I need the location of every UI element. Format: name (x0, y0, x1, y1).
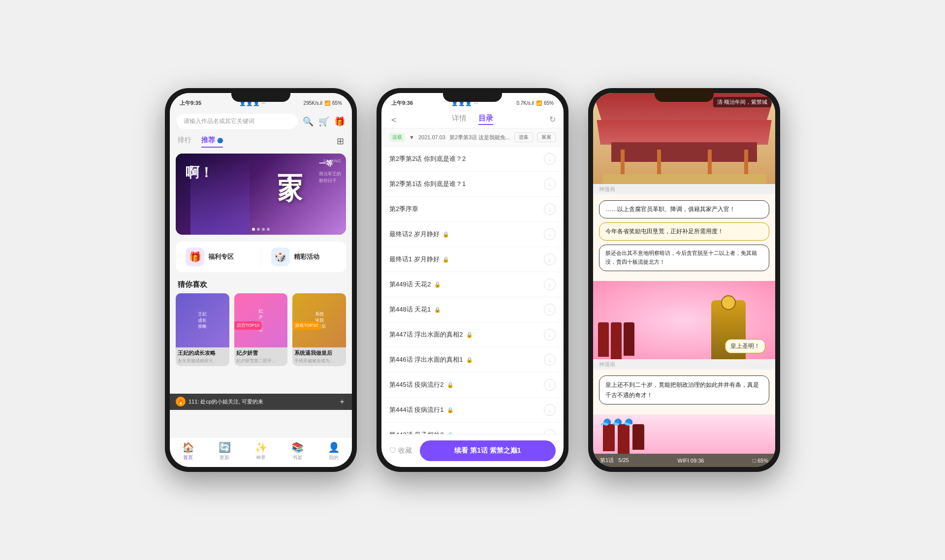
card-3-title: 系统逼我做皇后 (292, 347, 346, 358)
activity-action[interactable]: 🎲 精彩活动 (271, 248, 337, 266)
shelf-icon: 📚 (291, 441, 304, 453)
signal-2: 0.7K/s.il (516, 100, 534, 106)
download-9[interactable]: ↓ (544, 354, 556, 366)
tab-detail[interactable]: 详情 (452, 114, 467, 125)
guard-3 (624, 322, 634, 356)
chapter-item-4[interactable]: 最终话2 岁月静好 🔒 ↓ (381, 222, 564, 247)
back-button[interactable]: ＜ (389, 114, 398, 125)
collect-button[interactable]: ♡ 收藏 (389, 446, 412, 455)
phone-notch-2 (443, 88, 502, 102)
refresh-icon[interactable]: ↻ (549, 115, 556, 124)
palace-caption: 清·顺治年间，紫禁城 (713, 97, 771, 107)
time-2: 上午9:36 (391, 99, 413, 107)
battery-2: 65% (544, 100, 554, 106)
card-2-title: 妃夕妍雪 (234, 347, 288, 358)
speech-panel-1: ……以上贪腐官员革职、降调，俱籍其家产入官！ 今年各省奖励屯田垦荒，正好补足所需… (593, 194, 775, 281)
continue-button[interactable]: 续看 第1话 紫禁之巅1 (420, 440, 556, 461)
notif-text: 111: 处cp的小姐关注, 可爱的来 (189, 398, 263, 405)
chapter-item-7[interactable]: 第448话 天花1 🔒 ↓ (381, 297, 564, 322)
chapter-item-11[interactable]: 第444话 疫病流行1 🔒 ↓ (381, 398, 564, 423)
panel-label-2: 神漫画 (593, 359, 775, 370)
palace-wall-2 (611, 142, 757, 162)
chapter-item-10[interactable]: 第445话 疫病流行2 🔒 ↓ (381, 373, 564, 398)
gift-icon[interactable]: 🎁 (334, 116, 345, 127)
banner[interactable]: 啊！ 家丁 一等 我当军王的那些日子 JIA DING (176, 154, 346, 235)
guard-1 (598, 322, 609, 357)
search-bar: 请输入作品名或其它关键词 🔍 🛒 🎁 (170, 111, 352, 132)
tab-recommend[interactable]: 推荐 🔵 (201, 136, 223, 148)
emperor-scene: 皇上圣明！ (593, 281, 775, 360)
banner-dots (252, 228, 270, 231)
card-1-sub: 女生穿越成相府大... (176, 358, 229, 366)
card-3-img: 系统逼我做皇后 游戏TOP10 (292, 293, 346, 347)
speech-3: 朕还会出其不意地明察暗访，今后贪官脱至十二以上者，免其籍没，责四十板流徙北方！ (599, 245, 769, 271)
tab-ranking[interactable]: 排行 (178, 136, 191, 148)
tab-toc[interactable]: 目录 (478, 114, 493, 125)
phone-notch-3 (655, 88, 714, 102)
download-11[interactable]: ↓ (544, 404, 556, 416)
lock-6: 🔒 (434, 281, 441, 288)
manga-card-1[interactable]: 王妃成长攻略 王妃的成长攻略 女生穿越成相府大... (176, 293, 229, 366)
episode-info: 第1话 5/25 (600, 457, 629, 464)
bottom-tab-update[interactable]: 🔄 更新 (219, 441, 231, 461)
toc-header: ＜ 详情 目录 ↻ (381, 111, 564, 128)
download-3[interactable]: ↓ (544, 203, 556, 215)
info-date: 2021.07.03 (418, 134, 445, 140)
download-2[interactable]: ↓ (544, 178, 556, 190)
dot-4 (267, 228, 270, 231)
bottom-tab-home[interactable]: 🏠 首页 (182, 441, 194, 461)
download-10[interactable]: ↓ (544, 379, 556, 391)
section-recommend: 猜你喜欢 (170, 275, 352, 293)
chapter-8-text: 第447话 浮出水面的真相2 🔒 (389, 330, 544, 339)
manga-card-3[interactable]: 系统逼我做皇后 游戏TOP10 系统逼我做皇后 手残穿越被迫成为... (292, 293, 346, 366)
badge-3: 游戏TOP10 (292, 321, 320, 330)
bottom-tab-me[interactable]: 👤 我的 (328, 441, 340, 461)
chapter-item-1[interactable]: 第2季第2话 你到底是谁？2 ↓ (381, 147, 564, 172)
bottom-guard-2 (618, 424, 630, 454)
expand-button[interactable]: 展展 (537, 132, 556, 142)
bottom-nav: 🏠 首页 🔄 更新 ✨ 神界 📚 书架 👤 我的 (170, 437, 352, 467)
phone-home: 上午9:35 👤👤👤 ··· 295K/s.il 📶 65% 请输入作品名或其它… (165, 88, 357, 472)
card-3-sub: 手残穿越被迫成为... (292, 358, 346, 366)
notif-add[interactable]: ＋ (338, 397, 346, 407)
chapter-item-2[interactable]: 第2季第1话 你到底是谁？1 ↓ (381, 172, 564, 197)
lock-8: 🔒 (466, 332, 473, 338)
chapter-item-5[interactable]: 最终话1 岁月静好 🔒 ↓ (381, 247, 564, 272)
bottom-tab-shelf[interactable]: 📚 书架 (291, 441, 304, 461)
bottom-tab-shen[interactable]: ✨ 神界 (255, 441, 267, 461)
lock-9: 🔒 (466, 357, 473, 363)
cart-icon[interactable]: 🛒 (318, 116, 329, 127)
dot-3 (262, 228, 265, 231)
search-icon[interactable]: 🔍 (303, 116, 314, 127)
download-6[interactable]: ↓ (544, 279, 556, 290)
bottom-scene: 🧢🧢🧢 (593, 414, 775, 454)
chapter-list: 第2季第2话 你到底是谁？2 ↓ 第2季第1话 你到底是谁？1 ↓ 第2季序章 … (381, 147, 564, 434)
palace-wall-1 (593, 120, 775, 145)
download-8[interactable]: ↓ (544, 329, 556, 341)
download-1[interactable]: ↓ (544, 153, 556, 165)
quick-actions: 🎁 福利专区 🎲 精彩活动 (176, 242, 346, 272)
grid-view-icon[interactable]: ⊞ (337, 136, 344, 148)
chapter-3-text: 第2季序章 (389, 205, 544, 214)
speech-1: ……以上贪腐官员革职、降调，俱籍其家产入官！ (599, 200, 769, 218)
chapter-item-9[interactable]: 第446话 浮出水面的真相1 🔒 ↓ (381, 347, 564, 373)
me-icon: 👤 (328, 441, 340, 453)
welfare-action[interactable]: 🎁 福利专区 (186, 248, 251, 266)
select-button[interactable]: 选集 (514, 132, 533, 142)
dot-1 (252, 228, 255, 231)
search-input[interactable]: 请输入作品名或其它关键词 (177, 114, 298, 129)
download-5[interactable]: ↓ (544, 253, 556, 265)
chapter-10-text: 第445话 疫病流行2 🔒 (389, 380, 544, 389)
download-7[interactable]: ↓ (544, 304, 556, 315)
download-4[interactable]: ↓ (544, 228, 556, 240)
chapter-item-12[interactable]: 第443话 母子相处2 🔒 ↓ (381, 423, 564, 434)
banner-art: 啊！ 家丁 一等 我当军王的那些日子 JIA DING (176, 154, 346, 235)
chapter-item-3[interactable]: 第2季序章 ↓ (381, 197, 564, 222)
chapter-item-6[interactable]: 第449话 天花2 🔒 ↓ (381, 272, 564, 297)
manga-card-2[interactable]: 妃夕妍雪 后宫TOP10 妃夕妍雪 妃夕妍雪第二部开... (234, 293, 288, 366)
chapter-item-8[interactable]: 第447话 浮出水面的真相2 🔒 ↓ (381, 322, 564, 347)
speech-2: 今年各省奖励屯田垦荒，正好补足所需用度！ (599, 222, 769, 241)
activity-label: 精彩活动 (294, 252, 319, 261)
home-icon: 🏠 (182, 441, 194, 453)
download-12[interactable]: ↓ (544, 429, 556, 434)
